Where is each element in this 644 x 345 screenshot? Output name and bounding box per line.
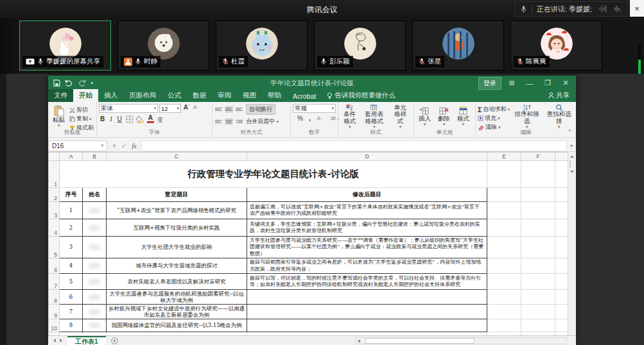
tab-insert[interactable]: 插入 (98, 89, 123, 102)
col-header-b[interactable]: B (83, 153, 107, 161)
tab-data[interactable]: 数据 (187, 89, 212, 102)
tab-review[interactable]: 审阅 (212, 89, 237, 102)
confirm-entry-icon[interactable]: ✓ (121, 142, 126, 149)
sort-filter-button[interactable]: AZ 排序和筛选▾ (512, 104, 542, 130)
pin-icon[interactable] (596, 3, 609, 15)
restore-button[interactable]: ❐ (540, 77, 555, 89)
copy-button[interactable]: 复制 ▾ (69, 115, 94, 123)
cell-draft[interactable]: 大学生社团大学生就业的影响 (107, 237, 247, 258)
cell-no[interactable]: 8 (60, 319, 83, 332)
tab-acrobat[interactable]: Acrobat (287, 90, 322, 102)
font-name-combo[interactable]: 宋体▾ (99, 104, 158, 113)
grow-font-button[interactable]: Aˆ (182, 104, 191, 113)
cell-draft[interactable]: 大学生志愿者参与志愿服务的动机和激励因素研究--以仙林大学城为例 (107, 290, 247, 305)
underline-button[interactable]: U (116, 115, 123, 122)
cell[interactable] (487, 258, 521, 274)
save-icon[interactable] (53, 80, 60, 87)
delete-cells-button[interactable]: 删除▾ (435, 104, 453, 130)
cell-draft[interactable]: 互联网+视角下垃圾分类的乡村实践 (107, 219, 247, 237)
cell[interactable] (521, 305, 555, 319)
merge-center-button[interactable]: 合并后居中 ▾ (246, 117, 279, 126)
participant-tile-duxia[interactable]: 杜霞 (216, 21, 308, 71)
row-header[interactable]: 7 (49, 274, 60, 290)
fill-button[interactable]: 填充▾ (478, 114, 510, 122)
row-header[interactable]: 2 (49, 188, 60, 202)
col-header-a[interactable]: A (60, 153, 83, 161)
ribbon-options-icon[interactable]: ⊞ (504, 77, 519, 89)
scroll-left-icon[interactable] (358, 339, 360, 343)
header-draft[interactable]: 暂定题目 (107, 188, 247, 202)
participant-tile-penglying[interactable]: 彭乐颖 (314, 21, 406, 71)
cell-revised[interactable] (247, 305, 487, 319)
cell-no[interactable]: 4 (60, 258, 83, 274)
cell[interactable] (487, 237, 521, 258)
cell-no[interactable]: 6 (60, 290, 83, 305)
cell-name-redacted[interactable] (83, 319, 107, 332)
cell[interactable] (487, 219, 521, 237)
tab-file[interactable]: 文件 (48, 89, 73, 102)
cell-name-redacted[interactable] (83, 274, 107, 290)
bold-button[interactable]: B (99, 115, 106, 122)
align-center-icon[interactable] (225, 118, 233, 125)
align-top-icon[interactable] (214, 106, 223, 113)
percent-icon[interactable]: % (296, 115, 304, 122)
participant-tile-chenshuangshuang[interactable]: 陈爽爽 (510, 21, 602, 71)
cell[interactable] (487, 290, 521, 305)
cell[interactable] (487, 305, 521, 319)
collapse-ribbon-icon[interactable]: ⌃ (567, 129, 572, 135)
cell[interactable] (521, 274, 555, 290)
next-sheet-icon[interactable] (60, 339, 62, 342)
font-color-icon[interactable]: A (147, 115, 154, 123)
select-all-corner[interactable] (49, 153, 60, 161)
col-header-e[interactable]: E (487, 153, 521, 161)
cell[interactable] (521, 237, 555, 258)
col-header-f[interactable]: F (521, 153, 555, 161)
share-button[interactable]: 共享 (542, 89, 576, 102)
cell[interactable] (487, 202, 521, 219)
header-name[interactable]: 姓名 (83, 188, 107, 202)
formula-input[interactable] (141, 140, 567, 151)
comma-icon[interactable]: , (308, 115, 312, 122)
qat-more-icon[interactable]: ▾ (91, 80, 93, 86)
redo-icon[interactable] (78, 80, 86, 87)
cell[interactable] (487, 161, 521, 188)
cell[interactable] (521, 202, 555, 219)
tab-help[interactable]: 帮助 (262, 89, 287, 102)
cell[interactable] (521, 161, 555, 188)
prev-sheet-icon[interactable] (53, 339, 56, 342)
sheet-title-cell[interactable]: 行政管理专业学年论文题目统计表-讨论版 (60, 161, 487, 188)
cancel-entry-icon[interactable]: × (112, 142, 116, 149)
conditional-formatting-button[interactable]: ⇵ 条件格式▾ (340, 104, 360, 130)
cell-name-redacted[interactable] (83, 305, 107, 319)
cell-revised[interactable]: 选题偏工商，可以改成“互联网+农业”背景下的某个具体农村政策实施情况或者“互联网… (247, 202, 487, 219)
sheet-tab[interactable]: 工作表1 (67, 336, 106, 345)
insert-function-icon[interactable]: fx (132, 142, 136, 149)
tab-page-layout[interactable]: 页面布局 (123, 89, 162, 102)
row-header[interactable]: 9 (49, 305, 60, 319)
cell-draft[interactable]: “互联网+农业”背景下农产品网络销售模式的研究 (107, 202, 247, 219)
vertical-scroll-thumb[interactable] (570, 160, 571, 168)
cell[interactable] (521, 319, 555, 332)
cell-revised[interactable]: 关键词太多，学生恐难驾驭；互联网+垃圾分类，偏向于智慧社区建设；要么就写垃圾分类… (247, 219, 487, 237)
cell-draft[interactable]: 农村失能老人养老困境以及解决对策研究 (107, 274, 247, 290)
align-middle-icon[interactable] (225, 106, 233, 113)
close-banner-button[interactable]: × (630, 0, 644, 17)
row-header[interactable]: 1 (49, 161, 60, 188)
cell-name-redacted[interactable] (83, 258, 107, 274)
cell-name-redacted[interactable] (83, 237, 107, 258)
autosum-button[interactable]: Σ自动求和▾ (478, 105, 510, 114)
cell[interactable] (487, 319, 521, 332)
vertical-scrollbar[interactable] (568, 152, 576, 335)
cell-name-redacted[interactable] (83, 219, 107, 237)
horizontal-scroll-thumb[interactable] (365, 338, 474, 344)
row-header[interactable]: 5 (49, 237, 60, 258)
cell[interactable] (521, 258, 555, 274)
cell-no[interactable]: 1 (60, 202, 83, 219)
cell-revised[interactable]: 题目可以写，但比较老，写的时候注意不要写成社会学类的文章，可以往社会支持、供需矛… (247, 274, 487, 290)
minimize-button[interactable]: — (522, 77, 537, 89)
login-button[interactable]: 登录 (478, 77, 501, 90)
cell-revised[interactable] (247, 319, 487, 332)
participant-tile-zhangxing[interactable]: 张星 (412, 21, 504, 71)
cell[interactable] (521, 188, 555, 202)
header-revised[interactable]: 修改后题目 (247, 188, 487, 202)
